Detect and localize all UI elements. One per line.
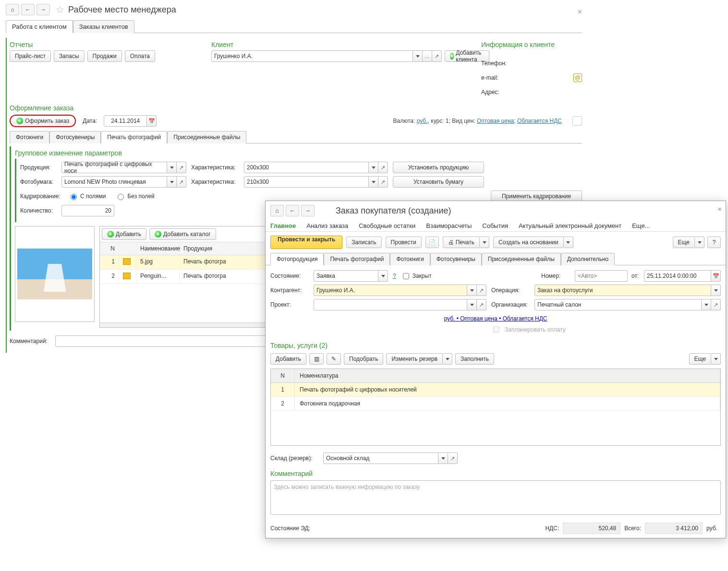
- create-dropdown-icon[interactable]: [564, 237, 573, 248]
- add-file-button[interactable]: +Добавить: [102, 228, 146, 240]
- tab-photobooks[interactable]: Фотокниги: [10, 131, 49, 143]
- client-dots-icon[interactable]: …: [423, 50, 432, 62]
- dlg-back-icon[interactable]: ←: [286, 205, 299, 216]
- tab-print-photos[interactable]: Печать фотографий: [101, 131, 167, 143]
- closed-checkbox[interactable]: [403, 273, 409, 279]
- from-calendar-icon[interactable]: 📅: [711, 270, 721, 282]
- set-paper-button[interactable]: Установить бумагу: [393, 176, 484, 188]
- proj-dropdown-icon[interactable]: [467, 299, 477, 310]
- nav-fwd-icon[interactable]: →: [36, 4, 50, 15]
- kontr-field[interactable]: Грушенко И.А.: [314, 285, 467, 296]
- num-field[interactable]: [575, 270, 628, 282]
- reserve-button[interactable]: Изменить резерв: [386, 353, 443, 365]
- subtab-photoprod[interactable]: Фотопродукция: [270, 253, 324, 265]
- client-open-icon[interactable]: ↗: [432, 50, 442, 62]
- warehouse-field[interactable]: Основной склад: [323, 452, 438, 464]
- goods-more-dropdown-icon[interactable]: [711, 353, 721, 365]
- navtab-main[interactable]: Главное: [270, 222, 296, 229]
- star-icon[interactable]: ☆: [56, 4, 64, 15]
- tab-client-orders[interactable]: Заказы клиентов: [73, 20, 134, 33]
- navtab-more[interactable]: Еще...: [632, 222, 650, 229]
- sales-button[interactable]: Продажи: [87, 50, 122, 62]
- date-field[interactable]: 24.11.2014: [104, 115, 147, 127]
- info-icon[interactable]: [572, 116, 582, 126]
- goods-row[interactable]: 2 Фотокнига подарочная: [271, 397, 720, 411]
- print-dropdown-icon[interactable]: [480, 237, 489, 248]
- create-based-button[interactable]: Создать на основании: [493, 237, 564, 248]
- oper-dropdown-icon[interactable]: [711, 285, 721, 296]
- subtab-files[interactable]: Присоединенные файлы: [482, 253, 561, 265]
- comment-textarea[interactable]: Здесь можно записать важную информацию п…: [270, 480, 721, 515]
- product-dropdown-icon[interactable]: [167, 162, 177, 173]
- state-help-link[interactable]: ?: [393, 273, 396, 279]
- char1-dropdown-icon[interactable]: [369, 162, 378, 173]
- currency-link[interactable]: руб.: [417, 118, 428, 124]
- subtab-souvenirs[interactable]: Фотосувениры: [430, 253, 482, 265]
- state-field[interactable]: Заявка: [314, 270, 378, 282]
- fill-button[interactable]: Заполнить: [455, 353, 494, 365]
- stocks-button[interactable]: Запасы: [54, 50, 85, 62]
- proj-field[interactable]: [314, 299, 467, 310]
- navtab-edoc[interactable]: Актуальный электронный документ: [519, 222, 621, 229]
- price-info-link[interactable]: руб. • Оптовая цена • Облагается НДС: [444, 315, 547, 322]
- client-field[interactable]: Грушенко И.А.: [211, 50, 413, 62]
- nav-back-icon[interactable]: ←: [21, 4, 35, 15]
- dlg-close-icon[interactable]: ×: [717, 205, 722, 213]
- paper-dropdown-icon[interactable]: [167, 176, 177, 188]
- org-open-icon[interactable]: ↗: [711, 299, 721, 310]
- oper-field[interactable]: Заказ на фотоуслуги: [534, 285, 711, 296]
- price-list-button[interactable]: Прайс-лист: [10, 50, 51, 62]
- paper-field[interactable]: Lomond NEW Photo глянцевая: [61, 176, 167, 188]
- more-dropdown-icon[interactable]: [695, 237, 704, 248]
- org-dropdown-icon[interactable]: [702, 299, 711, 310]
- add-catalog-button[interactable]: +Добавить каталог: [149, 228, 216, 240]
- paper-open-icon[interactable]: ↗: [177, 176, 186, 188]
- kontr-dropdown-icon[interactable]: [467, 285, 477, 296]
- payment-button[interactable]: Оплата: [125, 50, 155, 62]
- email-icon[interactable]: @: [573, 73, 582, 82]
- char2-dropdown-icon[interactable]: [369, 176, 378, 188]
- dlg-fwd-icon[interactable]: →: [301, 205, 315, 216]
- edit-icon[interactable]: ✎: [327, 353, 341, 365]
- print-button[interactable]: 🖨 Печать: [443, 237, 480, 248]
- save-button[interactable]: Записать: [346, 237, 381, 248]
- tab-souvenirs[interactable]: Фотосувениры: [49, 131, 101, 143]
- subtab-books[interactable]: Фотокниги: [390, 253, 430, 265]
- dlg-home-icon[interactable]: ⌂: [270, 205, 284, 216]
- vat-link[interactable]: Облагается НДС: [517, 118, 562, 124]
- set-product-button[interactable]: Установить продукцию: [393, 162, 484, 173]
- more-button[interactable]: Еще: [673, 237, 695, 248]
- char1-open-icon[interactable]: ↗: [378, 162, 388, 173]
- char2-field[interactable]: 210x300: [244, 176, 369, 188]
- calendar-icon[interactable]: 📅: [147, 115, 157, 127]
- goods-row[interactable]: 1 Печать фотографий с цифровых носителей: [271, 383, 720, 397]
- crop-no-margins-radio[interactable]: Без полей: [115, 192, 154, 200]
- tab-attached-files[interactable]: Присоединенные файлы: [167, 131, 246, 143]
- price-type-link[interactable]: Оптовая цена: [477, 118, 514, 124]
- client-dropdown-icon[interactable]: [413, 50, 423, 62]
- product-open-icon[interactable]: ↗: [177, 162, 186, 173]
- close-icon[interactable]: ×: [578, 8, 582, 16]
- pick-button[interactable]: Подобрать: [344, 353, 383, 365]
- post-button[interactable]: Провести: [386, 237, 422, 248]
- char1-field[interactable]: 200x300: [244, 162, 369, 173]
- kontr-open-icon[interactable]: ↗: [477, 285, 486, 296]
- navtab-analysis[interactable]: Анализ заказа: [306, 222, 348, 229]
- dt-icon[interactable]: 📄: [425, 237, 439, 248]
- goods-more-button[interactable]: Еще: [689, 353, 711, 365]
- navtab-events[interactable]: События: [482, 222, 508, 229]
- barcode-icon[interactable]: ▥: [309, 353, 324, 365]
- wh-open-icon[interactable]: ↗: [448, 452, 458, 464]
- subtab-extra[interactable]: Дополнительно: [561, 253, 615, 265]
- tab-work-with-client[interactable]: Работа с клиентом: [6, 20, 73, 33]
- wh-dropdown-icon[interactable]: [438, 452, 448, 464]
- proj-open-icon[interactable]: ↗: [477, 299, 486, 310]
- subtab-print[interactable]: Печать фотографий: [324, 253, 390, 265]
- state-dropdown-icon[interactable]: [378, 270, 388, 282]
- goods-add-button[interactable]: Добавить: [270, 353, 306, 365]
- post-and-close-button[interactable]: Провести и закрыть: [270, 236, 342, 249]
- from-date-field[interactable]: 25.11.2014 0:00:00: [644, 270, 711, 282]
- navtab-settlements[interactable]: Взаиморасчеты: [426, 222, 472, 229]
- create-order-button[interactable]: +Оформить заказ: [10, 115, 76, 127]
- qty-field[interactable]: 20: [61, 205, 114, 216]
